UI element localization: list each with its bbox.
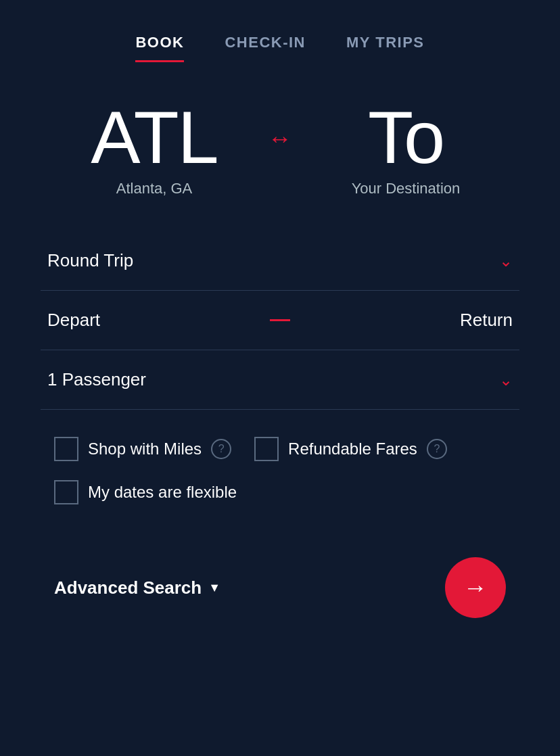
refundable-fares-checkbox[interactable] <box>254 437 279 461</box>
trip-type-chevron-icon: ⌄ <box>499 252 513 270</box>
passenger-label: 1 Passenger <box>47 369 146 390</box>
origin-code: ATL <box>91 100 218 174</box>
destination-code: To <box>368 100 444 174</box>
app-container: BOOK CHECK-IN MY TRIPS ATL Atlanta, GA ↔… <box>0 0 560 756</box>
origin-city: Atlanta, GA <box>116 180 193 197</box>
search-arrow-icon: → <box>463 573 488 602</box>
passenger-chevron-icon: ⌄ <box>499 371 513 389</box>
search-button[interactable]: → <box>445 557 506 618</box>
swap-icon: ↔ <box>268 124 292 153</box>
flexible-dates-label: My dates are flexible <box>88 483 237 502</box>
destination-city: Your Destination <box>352 180 461 197</box>
tab-mytrips[interactable]: MY TRIPS <box>346 34 425 60</box>
shop-with-miles-checkbox[interactable] <box>54 437 78 461</box>
advanced-search-arrow-icon: ▼ <box>208 581 220 595</box>
tab-checkin[interactable]: CHECK-IN <box>225 34 306 60</box>
checkbox-row-2: My dates are flexible <box>54 480 506 504</box>
form-section: Round Trip ⌄ Depart Return 1 Passenger ⌄… <box>0 218 560 756</box>
origin-selector[interactable]: ATL Atlanta, GA <box>54 100 254 197</box>
depart-label: Depart <box>47 310 256 331</box>
tab-book[interactable]: BOOK <box>135 34 184 60</box>
destination-selector[interactable]: To Your Destination <box>306 100 506 197</box>
return-label: Return <box>304 310 513 331</box>
flexible-dates-checkbox[interactable] <box>54 480 78 504</box>
route-section: ATL Atlanta, GA ↔ To Your Destination <box>0 60 560 218</box>
refundable-fares-label: Refundable Fares <box>288 440 417 458</box>
checkbox-section: Shop with Miles ? Refundable Fares ? My … <box>41 410 519 537</box>
trip-type-dropdown[interactable]: Round Trip ⌄ <box>41 231 519 291</box>
shop-with-miles-label: Shop with Miles <box>88 440 202 458</box>
advanced-search-label: Advanced Search <box>54 577 202 598</box>
date-divider <box>270 319 290 321</box>
bottom-row: Advanced Search ▼ → <box>41 537 519 652</box>
trip-type-label: Round Trip <box>47 250 133 271</box>
shop-with-miles-help-icon[interactable]: ? <box>211 439 231 459</box>
checkbox-row-1: Shop with Miles ? Refundable Fares ? <box>54 437 506 461</box>
date-selector[interactable]: Depart Return <box>41 291 519 350</box>
nav-tabs: BOOK CHECK-IN MY TRIPS <box>0 0 560 60</box>
refundable-fares-help-icon[interactable]: ? <box>427 439 447 459</box>
passenger-dropdown[interactable]: 1 Passenger ⌄ <box>41 350 519 410</box>
swap-button[interactable]: ↔ <box>268 124 292 173</box>
advanced-search-link[interactable]: Advanced Search ▼ <box>54 577 220 598</box>
